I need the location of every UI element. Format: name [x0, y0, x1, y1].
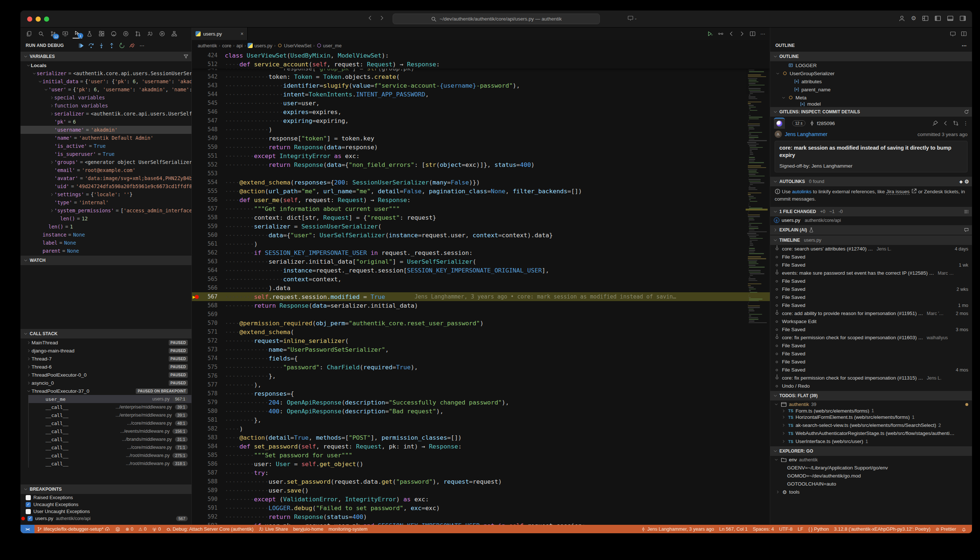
line-number[interactable]: 560 — [202, 232, 217, 238]
code-line[interactable]: 555····@action(url_path="me", url_name="… — [192, 187, 770, 195]
code-line[interactable]: 544················intent=TokenIntents.I… — [192, 90, 770, 98]
statusbar-item-prettier[interactable]: ⊘Prettier — [933, 526, 959, 532]
statusbar-item-python[interactable]: { }Python — [806, 526, 832, 532]
variable-row[interactable]: label=None — [20, 239, 192, 247]
more-icon[interactable]: ⋯ — [760, 31, 765, 36]
code-line[interactable]: 592············return Response(status=40… — [192, 512, 770, 521]
screen-share-button[interactable]: ⌄ — [628, 15, 637, 21]
statusbar-item-debug-attach-server[interactable]: Debug: Attach Server Core (authentik) — [163, 526, 256, 532]
breakpoint-checkbox[interactable]: ✓ — [26, 502, 31, 507]
code-line[interactable]: 583····@action(detail=True, methods=["PO… — [192, 433, 770, 442]
line-number[interactable]: 574 — [202, 355, 217, 362]
remote-indicator[interactable]: >< — [20, 525, 35, 533]
autolink-icon[interactable]: ◆ — [960, 180, 962, 184]
git-compare-icon[interactable] — [953, 120, 959, 126]
code-line[interactable]: 574············fields={ — [192, 354, 770, 363]
view-list-icon[interactable] — [964, 209, 969, 214]
debug-step-into-button[interactable] — [98, 43, 105, 49]
tab-users-py[interactable]: users.py × — [192, 28, 248, 40]
code-line[interactable]: 560············data={"user": UserSelfSer… — [192, 231, 770, 240]
code-editor[interactable]: 424class UserViewSet(UsedByMixin, ModelV… — [192, 51, 770, 525]
callstack-thread[interactable]: django-main-threadPAUSED — [20, 347, 192, 355]
code-line[interactable]: 580············400: OpenApiResponse(desc… — [192, 407, 770, 415]
refresh-icon[interactable] — [964, 109, 969, 114]
line-number[interactable]: 584 — [202, 443, 217, 450]
go-env-group-row[interactable]: envauthentik — [770, 456, 972, 464]
line-number[interactable]: 580 — [202, 408, 217, 414]
code-line[interactable]: 585········"""Set password for user""" — [192, 451, 770, 460]
line-number[interactable]: 572 — [202, 337, 217, 344]
line-number[interactable]: 579 — [202, 399, 217, 406]
run-python-file-icon[interactable] — [707, 31, 713, 37]
variable-row[interactable]: initial_data={'user': {'pk': 6, 'usernam… — [20, 77, 192, 85]
variable-row[interactable]: parent=None — [20, 247, 192, 255]
layout-customize-icon[interactable] — [922, 15, 928, 22]
go-env-line[interactable]: GOTOOLCHAIN=auto — [770, 480, 972, 488]
minimap[interactable] — [747, 51, 766, 495]
gitlens-section-header[interactable]: GITLENS: INSPECT: COMMIT DETAILS — [770, 107, 972, 117]
files-changed-section-header[interactable]: 1 FILE CHANGED +0 ~1 -0 — [770, 207, 972, 217]
code-line[interactable]: 591············LOGGER.debug("Failed to s… — [192, 503, 770, 512]
toggle-panel-icon[interactable] — [947, 15, 953, 22]
line-number[interactable]: 545 — [202, 100, 217, 107]
statusbar-item-monitoring-system[interactable]: monitoring-system — [326, 526, 370, 532]
open-changes-icon[interactable] — [718, 31, 723, 37]
outline-section-header[interactable]: OUTLINE — [770, 52, 972, 61]
traffic-lights[interactable] — [27, 17, 49, 22]
line-number[interactable]: 593 — [202, 522, 217, 525]
explain-ai-section-header[interactable]: EXPLAIN (AI) — [770, 225, 972, 235]
code-line[interactable]: 584····def set_password(self, request: R… — [192, 442, 770, 451]
code-line[interactable]: 588············user.set_password(request… — [192, 477, 770, 486]
code-line[interactable]: 547················expiring=expiring, — [192, 116, 770, 125]
timeline-item[interactable]: File Saved — [770, 342, 972, 350]
go-env-line[interactable]: GOENV=~/Library/Application Support/go/e… — [770, 464, 972, 472]
feedback-icon[interactable] — [964, 227, 969, 233]
breadcrumb-item[interactable]: authentik — [198, 43, 217, 48]
code-line[interactable]: 570····@permission_required(obj_perm="au… — [192, 319, 770, 327]
code-line[interactable]: 559········serializer = SessionUserSeria… — [192, 222, 770, 231]
line-number[interactable]: 555 — [202, 188, 217, 194]
statusbar-item[interactable] — [113, 527, 123, 532]
code-line[interactable]: 564················instance=request._req… — [192, 266, 770, 275]
todos-section-header[interactable]: TODOS: FLAT (39) — [770, 391, 972, 400]
statusbar-item-0[interactable]: ⚠0 — [136, 526, 149, 532]
debug-more-button[interactable]: ⋯ — [139, 43, 145, 48]
code-line[interactable]: 541················response["group_pk"] … — [192, 68, 770, 72]
variable-row[interactable]: 'uid'='49d24724dfa590a20fb5961e9c6673cd1… — [20, 182, 192, 190]
callstack-frame[interactable]: __call__.../enterprise/middleware.py39:1 — [28, 403, 192, 411]
line-number[interactable]: 582 — [202, 425, 217, 432]
timeline-item[interactable]: File Saved3 mos — [770, 326, 972, 334]
todo-file-row[interactable]: TSWebAuthnAuthenticatorRegisterStage.ts … — [770, 430, 972, 438]
line-number[interactable]: 592 — [202, 513, 217, 520]
statusbar-item-ln-567-col[interactable]: Ln 567, Col 1 — [717, 526, 750, 532]
line-number[interactable]: 548 — [202, 126, 217, 133]
code-line[interactable]: 549············response["token"] = token… — [192, 134, 770, 143]
variable-row[interactable]: len()=1 — [20, 223, 192, 231]
minimize-window-button[interactable] — [35, 17, 41, 22]
callstack-frame[interactable]: __call__.../events/middleware.py156:1 — [28, 427, 192, 435]
statusbar-item-live-share[interactable]: Live Share — [256, 526, 290, 532]
statusbar-item-jens-langhammer-3[interactable]: Jens Langhammer, 3 years ago — [638, 526, 717, 532]
jira-issues-link[interactable]: Jira issues — [886, 189, 910, 195]
statusbar-item-0[interactable]: ⊗0 — [123, 526, 136, 532]
code-line[interactable]: 563············serializer.initial_data["… — [192, 257, 770, 266]
variable-row[interactable]: 'name'='authentik Default Admin' — [20, 134, 192, 142]
breadcrumb-item[interactable]: core — [222, 43, 231, 48]
timeline-item[interactable]: File Saved4 mos — [770, 366, 972, 374]
more-actions-icon[interactable]: ⋯ — [962, 43, 967, 48]
timeline-item[interactable]: File Saved1 mo — [770, 302, 972, 310]
code-line[interactable]: 552············return Response(data={"no… — [192, 160, 770, 169]
variable-row[interactable]: 'type'='internal' — [20, 198, 192, 207]
go-env-line[interactable]: GOMOD=~/dev/authentik/go.mod — [770, 472, 972, 480]
commit-chip[interactable]: f285096 — [809, 120, 835, 126]
code-line[interactable]: 424class UserViewSet(UsedByMixin, ModelV… — [192, 51, 770, 60]
line-number[interactable]: 547 — [202, 117, 217, 124]
line-number[interactable]: 553 — [202, 170, 217, 177]
filter-icon[interactable] — [183, 54, 188, 59]
line-number[interactable]: 586 — [202, 461, 217, 467]
code-line[interactable]: 556····def user_me(self, request: Reques… — [192, 195, 770, 204]
timeline-item[interactable]: File Saved — [770, 350, 972, 358]
variable-row[interactable]: function variables — [20, 102, 192, 110]
timeline-item[interactable]: Workspace Edit — [770, 318, 972, 326]
line-number[interactable]: 569 — [202, 311, 217, 318]
